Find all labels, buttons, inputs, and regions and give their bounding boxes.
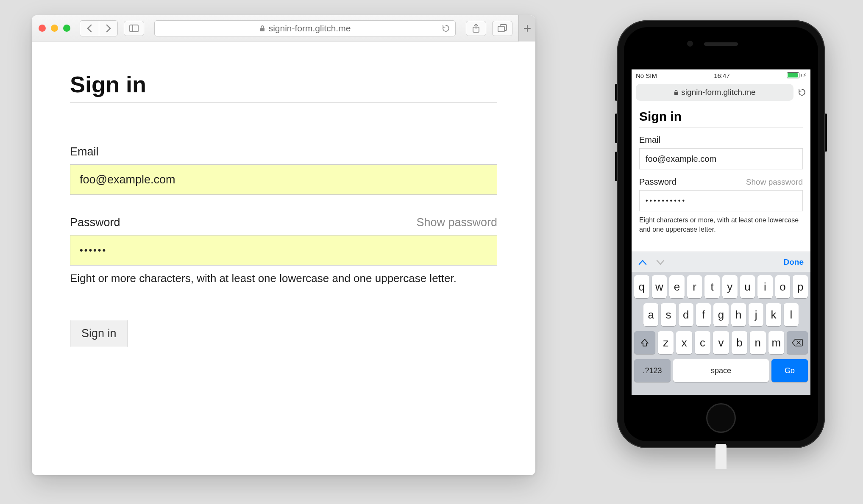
reload-icon[interactable]	[442, 24, 450, 33]
safari-toolbar: signin-form.glitch.me	[32, 15, 535, 42]
key-b[interactable]: b	[732, 331, 747, 354]
mobile-show-password-toggle[interactable]: Show password	[746, 177, 803, 187]
key-t[interactable]: t	[704, 275, 720, 298]
key-e[interactable]: e	[669, 275, 685, 298]
key-o[interactable]: o	[775, 275, 791, 298]
key-z[interactable]: z	[658, 331, 674, 354]
mobile-password-field[interactable]	[639, 190, 803, 211]
volume-down-button	[615, 152, 617, 181]
keyboard-done-button[interactable]: Done	[784, 258, 804, 267]
lock-icon	[259, 25, 265, 32]
page-content: Sign in Email Password Show password Eig…	[32, 42, 535, 377]
mute-switch	[615, 84, 617, 101]
svg-rect-5	[498, 26, 504, 32]
show-password-toggle[interactable]: Show password	[416, 216, 497, 229]
back-button[interactable]	[80, 21, 99, 36]
maximize-window-button[interactable]	[63, 25, 70, 32]
mobile-reload-icon[interactable]	[798, 88, 806, 97]
mobile-url-bar[interactable]: signin-form.glitch.me	[636, 84, 793, 101]
space-key[interactable]: space	[673, 359, 769, 382]
key-r[interactable]: r	[687, 275, 702, 298]
status-time: 16:47	[714, 72, 730, 79]
battery-indicator: ⚡︎	[787, 72, 806, 78]
keyboard-row-4: .?123 space Go	[634, 359, 808, 382]
front-camera	[687, 41, 693, 47]
password-field[interactable]	[70, 235, 497, 266]
numbers-key[interactable]: .?123	[634, 359, 671, 382]
iphone-device: No SIM 16:47 ⚡︎ signin-form.glitch.me	[617, 20, 825, 448]
mobile-page-content: Sign in Email Password Show password Eig…	[632, 103, 810, 241]
key-c[interactable]: c	[695, 331, 710, 354]
svg-rect-0	[130, 25, 138, 32]
sidebar-button[interactable]	[124, 21, 144, 36]
close-window-button[interactable]	[39, 25, 46, 32]
go-key[interactable]: Go	[771, 359, 808, 382]
email-field[interactable]	[70, 164, 497, 195]
forward-button[interactable]	[99, 21, 117, 36]
mobile-page-title: Sign in	[639, 109, 803, 124]
mobile-email-field[interactable]	[639, 148, 803, 169]
sign-in-button[interactable]: Sign in	[70, 320, 128, 347]
key-i[interactable]: i	[757, 275, 773, 298]
safari-window: signin-form.glitch.me Sign in Email Pass…	[32, 15, 535, 475]
minimize-window-button[interactable]	[51, 25, 58, 32]
window-controls	[39, 25, 70, 32]
share-button[interactable]	[466, 21, 486, 36]
url-text: signin-form.glitch.me	[269, 23, 351, 33]
mobile-password-label: Password	[639, 177, 676, 187]
key-h[interactable]: h	[731, 303, 746, 326]
url-bar[interactable]: signin-form.glitch.me	[154, 20, 456, 36]
toolbar-right	[466, 21, 529, 36]
mobile-divider	[639, 127, 803, 127]
svg-rect-8	[674, 92, 678, 95]
charging-icon: ⚡︎	[803, 72, 806, 78]
mobile-url-wrap: signin-form.glitch.me	[632, 81, 810, 103]
key-s[interactable]: s	[661, 303, 676, 326]
home-button[interactable]	[706, 403, 736, 433]
key-p[interactable]: p	[793, 275, 808, 298]
iphone-screen: No SIM 16:47 ⚡︎ signin-form.glitch.me	[632, 69, 810, 395]
volume-up-button	[615, 114, 617, 143]
mobile-password-hint: Eight characters or more, with at least …	[639, 216, 803, 235]
password-hint: Eight or more characters, with at least …	[70, 271, 497, 286]
power-button	[825, 114, 827, 152]
key-q[interactable]: q	[634, 275, 649, 298]
nav-buttons	[80, 20, 118, 36]
status-bar: No SIM 16:47 ⚡︎	[632, 69, 810, 81]
key-n[interactable]: n	[750, 331, 766, 354]
key-y[interactable]: y	[722, 275, 738, 298]
form-prev-field-icon[interactable]	[638, 259, 647, 265]
page-title: Sign in	[70, 71, 497, 97]
key-g[interactable]: g	[713, 303, 728, 326]
keyboard-row-2: asdfghjkl	[634, 303, 808, 326]
key-k[interactable]: k	[766, 303, 781, 326]
carrier-text: No SIM	[636, 72, 657, 79]
email-label: Email	[70, 145, 497, 158]
key-f[interactable]: f	[696, 303, 711, 326]
key-v[interactable]: v	[713, 331, 729, 354]
keyboard-accessory-bar: Done	[632, 252, 810, 272]
new-tab-button[interactable]	[518, 15, 535, 42]
backspace-key[interactable]	[787, 331, 808, 354]
tabs-button[interactable]	[492, 21, 512, 36]
shift-key[interactable]	[634, 331, 655, 354]
password-label: Password	[70, 216, 120, 229]
mobile-email-label: Email	[639, 135, 803, 145]
key-w[interactable]: w	[652, 275, 667, 298]
key-l[interactable]: l	[784, 303, 799, 326]
key-x[interactable]: x	[676, 331, 692, 354]
key-a[interactable]: a	[643, 303, 658, 326]
key-m[interactable]: m	[768, 331, 784, 354]
earpiece-speaker	[704, 42, 738, 46]
key-j[interactable]: j	[749, 303, 763, 326]
lightning-cable	[715, 444, 727, 469]
mobile-url-text: signin-form.glitch.me	[681, 88, 755, 97]
svg-rect-2	[260, 28, 264, 31]
divider	[70, 102, 497, 103]
keyboard-row-1: qwertyuiop	[634, 275, 808, 298]
key-u[interactable]: u	[740, 275, 755, 298]
ios-keyboard: qwertyuiop asdfghjkl zxcvbnm .?123 space…	[632, 272, 810, 395]
form-next-field-icon[interactable]	[656, 259, 665, 265]
keyboard-row-3: zxcvbnm	[634, 331, 808, 354]
key-d[interactable]: d	[679, 303, 693, 326]
